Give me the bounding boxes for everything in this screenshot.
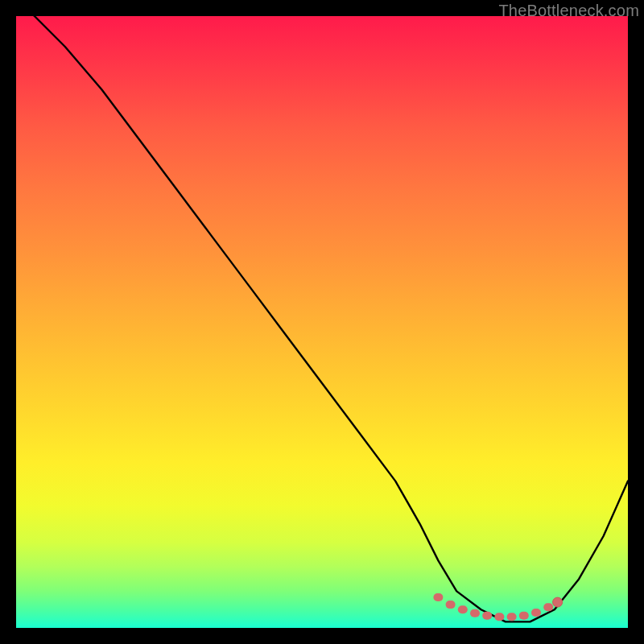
optimal-marker <box>507 613 517 621</box>
chart-svg <box>16 16 628 628</box>
end-marker-dot <box>553 597 563 607</box>
chart-frame: TheBottleneck.com <box>0 0 644 644</box>
gradient-plot-area <box>16 16 628 628</box>
optimal-marker <box>531 609 541 617</box>
optimal-marker <box>482 612 492 620</box>
optimal-range-markers <box>433 593 562 621</box>
bottleneck-curve <box>16 16 628 621</box>
optimal-marker <box>543 603 553 611</box>
optimal-marker <box>470 609 480 617</box>
optimal-marker <box>433 593 443 601</box>
optimal-marker <box>494 613 504 621</box>
optimal-marker <box>458 605 468 613</box>
watermark-text: TheBottleneck.com <box>498 2 639 20</box>
optimal-marker <box>446 601 456 609</box>
optimal-marker <box>519 612 529 620</box>
